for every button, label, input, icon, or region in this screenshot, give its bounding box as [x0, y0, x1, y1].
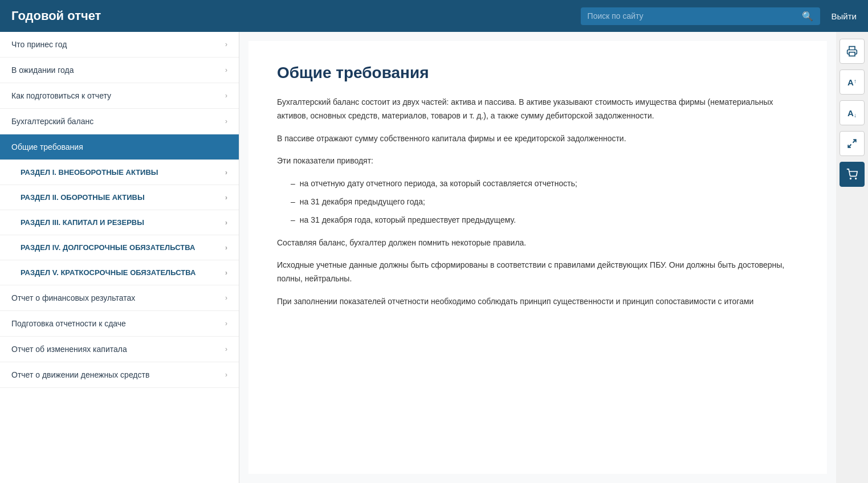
sidebar-item-label: Бухгалтерский баланс	[11, 117, 93, 126]
print-icon	[846, 46, 858, 57]
list-item: на 31 декабря предыдущего года;	[291, 195, 798, 209]
search-icon[interactable]: 🔍	[802, 11, 813, 22]
search-input[interactable]	[588, 11, 802, 21]
sidebar-item-reporting-submission[interactable]: Подготовка отчетности к сдаче›	[0, 311, 239, 337]
list-item: на 31 декабря года, который предшествует…	[291, 214, 798, 227]
sidebar-item-label: В ожидании года	[11, 66, 74, 75]
print-button[interactable]	[840, 39, 865, 64]
font-increase-icon: A↑	[847, 77, 857, 87]
right-toolbar: A↑ A↓	[836, 32, 868, 483]
content-paragraph: При заполнении показателей отчетности не…	[277, 295, 798, 309]
chevron-right-icon: ›	[225, 194, 227, 202]
sidebar-item-general-requirements[interactable]: Общие требования	[0, 134, 239, 160]
content-body: Бухгалтерский баланс состоит из двух час…	[277, 96, 798, 309]
chevron-right-icon: ›	[225, 269, 227, 277]
sidebar-item-section-4[interactable]: РАЗДЕЛ IV. ДОЛГОСРОЧНЫЕ ОБЯЗАТЕЛЬСТВА›	[0, 235, 239, 260]
content-paragraph: Эти показатели приводят:	[277, 154, 798, 168]
chevron-right-icon: ›	[225, 244, 227, 252]
main-content: Общие требования Бухгалтерский баланс со…	[239, 32, 836, 483]
sidebar-item-section-5[interactable]: РАЗДЕЛ V. КРАТКОСРОЧНЫЕ ОБЯЗАТЕЛЬСТВА›	[0, 260, 239, 285]
sidebar-item-label: Отчет о движении денежных средств	[11, 370, 149, 379]
sidebar-item-capital-changes[interactable]: Отчет об изменениях капитала›	[0, 337, 239, 362]
sidebar-item-waiting-for-year[interactable]: В ожидании года›	[0, 58, 239, 83]
sidebar-item-section-2[interactable]: РАЗДЕЛ II. ОБОРОТНЫЕ АКТИВЫ›	[0, 185, 239, 210]
sidebar-item-section-1[interactable]: РАЗДЕЛ I. ВНЕОБОРОТНЫЕ АКТИВЫ›	[0, 160, 239, 185]
chevron-right-icon: ›	[225, 40, 227, 48]
site-title: Годовой отчет	[11, 9, 101, 23]
svg-point-4	[855, 178, 857, 179]
cart-icon	[846, 169, 858, 180]
chevron-right-icon: ›	[225, 345, 227, 353]
sidebar-item-label: Подготовка отчетности к сдаче	[11, 319, 126, 328]
content-paragraph: Бухгалтерский баланс состоит из двух час…	[277, 96, 798, 123]
font-decrease-button[interactable]: A↓	[840, 100, 865, 125]
chevron-right-icon: ›	[225, 320, 227, 328]
content-area: Общие требования Бухгалтерский баланс со…	[248, 41, 827, 474]
content-paragraph: Составляя баланс, бухгалтер должен помни…	[277, 236, 798, 250]
sidebar-item-label: РАЗДЕЛ V. КРАТКОСРОЧНЫЕ ОБЯЗАТЕЛЬСТВА	[21, 268, 195, 277]
chevron-right-icon: ›	[225, 92, 227, 100]
sidebar-item-label: Отчет об изменениях капитала	[11, 345, 127, 354]
sidebar-item-label: Как подготовиться к отчету	[11, 91, 111, 100]
svg-point-3	[850, 178, 851, 179]
main-layout: Что принес год›В ожидании года›Как подго…	[0, 32, 868, 483]
sidebar-item-cash-flow[interactable]: Отчет о движении денежных средств›	[0, 362, 239, 388]
sidebar-item-label: Что принес год	[11, 40, 67, 49]
content-paragraph: В пассиве отражают сумму собственного ка…	[277, 132, 798, 146]
content-paragraph: Исходные учетные данные должны быть сфор…	[277, 259, 798, 286]
content-title: Общие требования	[277, 64, 798, 82]
search-container: 🔍	[581, 7, 820, 25]
sidebar-item-balance-sheet[interactable]: Бухгалтерский баланс›	[0, 109, 239, 134]
chevron-right-icon: ›	[225, 66, 227, 74]
chevron-right-icon: ›	[225, 169, 227, 177]
svg-rect-0	[849, 52, 855, 56]
sidebar-item-how-to-prepare[interactable]: Как подготовиться к отчету›	[0, 83, 239, 109]
sidebar-item-section-3[interactable]: РАЗДЕЛ III. КАПИТАЛ И РЕЗЕРВЫ›	[0, 210, 239, 235]
list-item: на отчетную дату отчетного периода, за к…	[291, 177, 798, 191]
sidebar-item-label: РАЗДЕЛ IV. ДОЛГОСРОЧНЫЕ ОБЯЗАТЕЛЬСТВА	[21, 243, 195, 252]
chevron-right-icon: ›	[225, 294, 227, 302]
sidebar-item-label: РАЗДЕЛ I. ВНЕОБОРОТНЫЕ АКТИВЫ	[21, 168, 158, 177]
sidebar-item-label: Общие требования	[11, 142, 83, 152]
chevron-right-icon: ›	[225, 371, 227, 379]
fullscreen-icon	[847, 138, 857, 149]
chevron-right-icon: ›	[225, 117, 227, 125]
font-increase-button[interactable]: A↑	[840, 69, 865, 95]
cart-button[interactable]	[840, 162, 865, 187]
sidebar-item-what-year-brought[interactable]: Что принес год›	[0, 32, 239, 58]
sidebar-item-label: РАЗДЕЛ III. КАПИТАЛ И РЕЗЕРВЫ	[21, 218, 144, 227]
header: Годовой отчет 🔍 Выйти	[0, 0, 868, 32]
sidebar-item-label: Отчет о финансовых результатах	[11, 293, 135, 302]
logout-button[interactable]: Выйти	[832, 11, 857, 21]
font-decrease-icon: A↓	[847, 108, 857, 118]
sidebar: Что принес год›В ожидании года›Как подго…	[0, 32, 239, 483]
chevron-right-icon: ›	[225, 219, 227, 227]
sidebar-item-label: РАЗДЕЛ II. ОБОРОТНЫЕ АКТИВЫ	[21, 193, 145, 202]
fullscreen-button[interactable]	[840, 131, 865, 156]
sidebar-item-financial-results[interactable]: Отчет о финансовых результатах›	[0, 285, 239, 311]
content-list: на отчетную дату отчетного периода, за к…	[291, 177, 798, 227]
